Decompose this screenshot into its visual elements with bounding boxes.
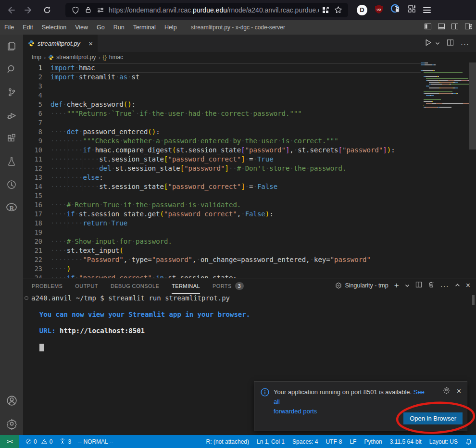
- toggle-sidebar-icon[interactable]: [424, 23, 432, 32]
- menu-item-selection[interactable]: Selection: [38, 20, 71, 35]
- browser-forward-button[interactable]: [21, 2, 37, 18]
- run-file-button[interactable]: [424, 38, 432, 49]
- settings-gear-icon[interactable]: [0, 412, 23, 435]
- menu-item-go[interactable]: Go: [92, 20, 109, 35]
- menu-item-help[interactable]: Help: [160, 20, 181, 35]
- panel-tab-terminal[interactable]: TERMINAL: [172, 278, 200, 294]
- code-line-17[interactable]: 17····if·st.session_state.get("password_…: [23, 210, 476, 219]
- shield-icon[interactable]: [69, 4, 82, 16]
- close-panel-icon[interactable]: ×: [466, 281, 470, 290]
- customize-layout-icon[interactable]: [464, 23, 472, 32]
- panel-tab-problems[interactable]: PROBLEMS: [32, 278, 63, 294]
- status-lf[interactable]: LF: [346, 435, 360, 448]
- r-language-icon[interactable]: R: [0, 196, 23, 219]
- code-line-4[interactable]: 4: [23, 91, 476, 100]
- browser-reload-button[interactable]: [39, 2, 55, 18]
- code-line-16[interactable]: 16····#·Return·True·if·the·passward·is·v…: [23, 200, 476, 210]
- panel-tab-ports[interactable]: PORTS3: [213, 278, 244, 294]
- source-control-icon[interactable]: [0, 81, 23, 104]
- run-debug-icon[interactable]: [0, 104, 23, 127]
- profile-avatar[interactable]: D: [357, 5, 367, 15]
- menu-item-terminal[interactable]: Terminal: [129, 20, 160, 35]
- toggle-secondary-sidebar-icon[interactable]: [451, 23, 459, 32]
- menu-item-run[interactable]: Run: [109, 20, 129, 35]
- code-line-1[interactable]: 1import·hmac: [23, 63, 476, 73]
- split-terminal-icon[interactable]: [415, 281, 422, 290]
- vim-mode-status[interactable]: -- NORMAL --: [75, 435, 117, 448]
- code-line-3[interactable]: 3: [23, 82, 476, 91]
- notification-settings-gear-icon[interactable]: [443, 386, 450, 396]
- menu-item-view[interactable]: View: [71, 20, 92, 35]
- terminal-profile[interactable]: Singularity - tmp: [335, 282, 388, 289]
- code-line-21[interactable]: 21····st.text_input(: [23, 246, 476, 255]
- code-line-22[interactable]: 22········"Password",·type="password",·o…: [23, 255, 476, 264]
- status-layout-us[interactable]: Layout: US: [426, 435, 462, 448]
- ublock-shield-icon[interactable]: UO: [374, 4, 384, 16]
- status-ln-1-col-1[interactable]: Ln 1, Col 1: [253, 435, 288, 448]
- testing-beaker-icon[interactable]: [0, 150, 23, 173]
- code-line-8[interactable]: 8····def·password_entered():: [23, 127, 476, 137]
- breadcrumb-symbol[interactable]: hmac: [109, 54, 123, 61]
- kill-terminal-trash-icon[interactable]: [428, 281, 435, 290]
- explorer-icon[interactable]: [0, 35, 23, 58]
- split-editor-icon[interactable]: [447, 39, 454, 48]
- status-3-11-5-64-bit[interactable]: 3.11.5 64-bit: [386, 435, 426, 448]
- permissions-toggles-icon[interactable]: [94, 4, 107, 16]
- new-terminal-icon[interactable]: +: [394, 281, 399, 290]
- open-in-browser-button[interactable]: Open in Browser: [403, 412, 463, 424]
- extension-lock-circle-icon[interactable]: [390, 4, 401, 16]
- menu-item-edit[interactable]: Edit: [18, 20, 38, 35]
- forwarded-ports-status[interactable]: 3: [56, 435, 75, 448]
- extensions-icon[interactable]: [0, 127, 23, 150]
- lock-icon[interactable]: [82, 4, 94, 16]
- code-line-24[interactable]: 24····if·"password_correct"·in·st.sessio…: [23, 274, 476, 278]
- code-line-18[interactable]: 18········return·True: [23, 219, 476, 228]
- toggle-panel-icon[interactable]: [438, 23, 445, 32]
- url-bar[interactable]: https://ondemand.anvil.rcac.purdue.edu/r…: [65, 3, 348, 17]
- browser-back-button[interactable]: [3, 2, 18, 18]
- panel-more-actions-icon[interactable]: ···: [440, 282, 449, 290]
- panel-tab-debug-console[interactable]: DEBUG CONSOLE: [111, 278, 159, 294]
- status-python[interactable]: Python: [360, 435, 386, 448]
- code-line-12[interactable]: 12············del·st.session_state["pass…: [23, 164, 476, 173]
- minimap[interactable]: [421, 62, 469, 109]
- code-line-2[interactable]: 2import·streamlit·as·st: [23, 73, 476, 82]
- code-line-14[interactable]: 14············st.session_state["password…: [23, 182, 476, 191]
- command-decoration-icon[interactable]: [25, 296, 28, 300]
- notifications-bell-icon[interactable]: [462, 435, 476, 448]
- code-line-15[interactable]: 15: [23, 191, 476, 200]
- status-r-not-attached[interactable]: R: (not attached): [202, 435, 253, 448]
- browser-menu-icon[interactable]: [423, 6, 431, 14]
- editor-scrollbar[interactable]: [469, 62, 476, 149]
- breadcrumb-folder[interactable]: tmp: [32, 54, 41, 61]
- code-line-13[interactable]: 13········else:: [23, 173, 476, 182]
- panel-tab-output[interactable]: OUTPUT: [75, 278, 98, 294]
- code-line-11[interactable]: 11············st.session_state["password…: [23, 155, 476, 164]
- tab-close-icon[interactable]: ×: [88, 40, 93, 47]
- bookmark-star-icon[interactable]: [332, 4, 344, 16]
- breadcrumb[interactable]: tmp › streamlitprot.py › {} hmac: [23, 52, 476, 62]
- circle-graph-icon[interactable]: [0, 173, 23, 196]
- code-line-9[interactable]: 9········"""Checks·whether·a·password·en…: [23, 137, 476, 146]
- accounts-icon[interactable]: [0, 389, 23, 412]
- code-line-19[interactable]: 19: [23, 228, 476, 237]
- terminal-dropdown-chevron-icon[interactable]: [405, 281, 410, 290]
- code-line-23[interactable]: 23····): [23, 264, 476, 274]
- code-line-10[interactable]: 10········if·hmac.compare_digest(st.sess…: [23, 146, 476, 155]
- terminal-scrollbar[interactable]: [472, 295, 475, 305]
- forwarded-ports-link[interactable]: forwarded ports: [274, 408, 317, 415]
- search-icon[interactable]: [0, 58, 23, 81]
- maximize-panel-chevron-icon[interactable]: [455, 281, 460, 290]
- code-line-7[interactable]: 7: [23, 118, 476, 127]
- remote-indicator[interactable]: ><: [0, 435, 19, 448]
- notification-close-icon[interactable]: ×: [457, 387, 461, 395]
- grid-arrow-icon[interactable]: [319, 4, 332, 16]
- code-editor[interactable]: 1import·hmac2import·streamlit·as·st345de…: [23, 62, 476, 278]
- code-line-20[interactable]: 20····#·Show·input·for·password.: [23, 237, 476, 246]
- status-spaces-4[interactable]: Spaces: 4: [288, 435, 322, 448]
- tab-streamlitprot[interactable]: streamlitprot.py ×: [23, 35, 98, 52]
- code-line-6[interactable]: 6····"""Returns·`True`·if·the·user·had·t…: [23, 109, 476, 118]
- breadcrumb-file[interactable]: streamlitprot.py: [56, 54, 96, 61]
- extensions-puzzle-icon[interactable]: [407, 4, 416, 15]
- status-utf-8[interactable]: UTF-8: [322, 435, 346, 448]
